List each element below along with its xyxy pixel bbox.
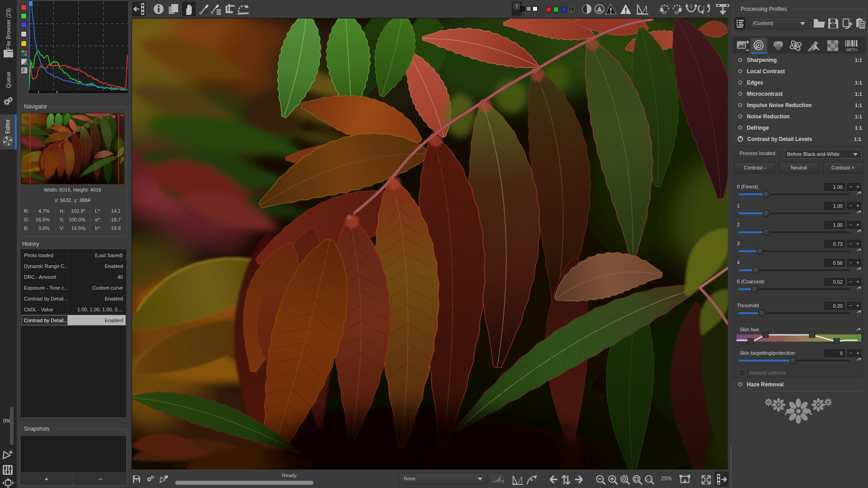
- svg-text:META: META: [846, 47, 857, 52]
- svg-text:90°: 90°: [661, 10, 668, 15]
- svg-text:1:1: 1:1: [646, 477, 651, 481]
- svg-text:T: T: [515, 4, 518, 9]
- svg-text:90°: 90°: [674, 10, 680, 15]
